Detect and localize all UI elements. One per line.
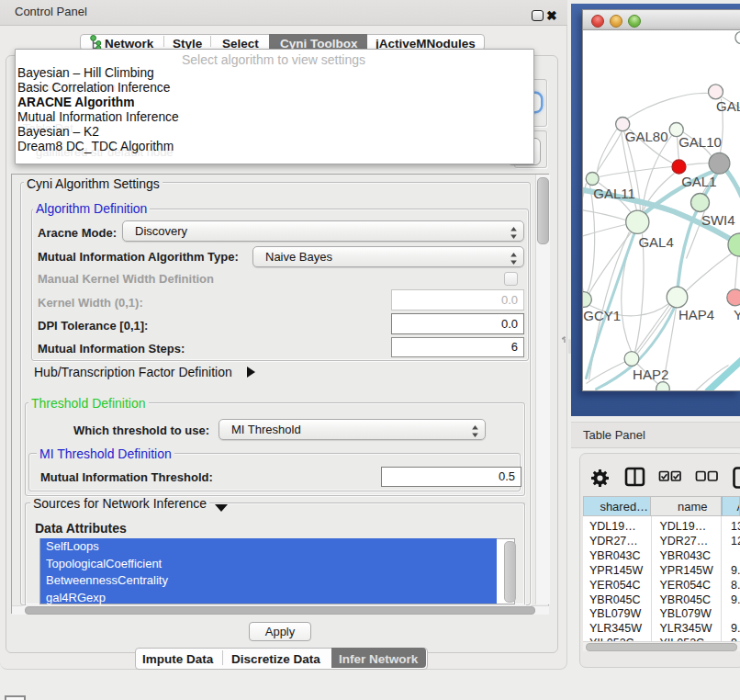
svg-text:GAL11: GAL11 <box>593 186 635 201</box>
svg-text:GAL80: GAL80 <box>624 129 667 144</box>
svg-text:HAP2: HAP2 <box>633 366 668 381</box>
svg-text:Y: Y <box>734 306 740 322</box>
svg-text:GAL4: GAL4 <box>638 233 673 249</box>
svg-text:GAL: GAL <box>716 97 740 113</box>
svg-text:GAL10: GAL10 <box>678 134 722 150</box>
svg-text:SWI4: SWI4 <box>701 211 734 227</box>
svg-text:GAL1: GAL1 <box>681 174 716 189</box>
svg-text:GCY1: GCY1 <box>583 307 621 322</box>
svg-text:HAP4: HAP4 <box>678 306 714 322</box>
